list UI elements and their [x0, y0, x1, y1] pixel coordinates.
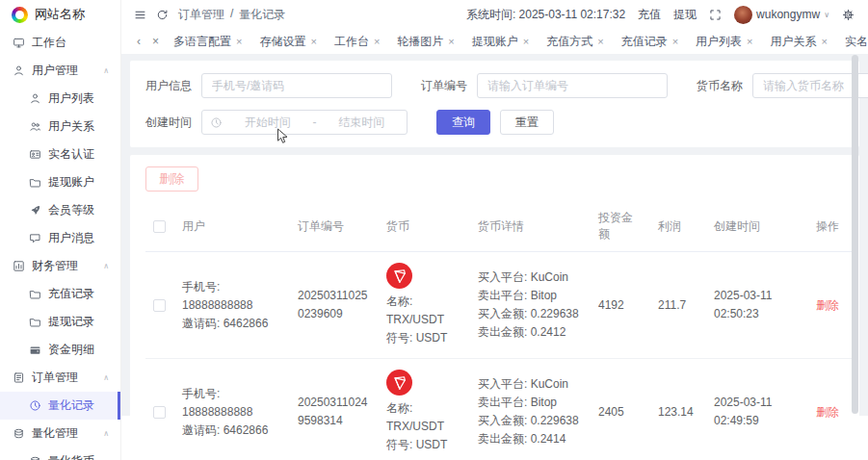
delete-row-button[interactable]: 删除: [816, 298, 839, 312]
created-cell: 2025-03-11 02:50:23: [706, 252, 808, 359]
sidebar-group-user-mgmt[interactable]: 用户管理 ∧: [0, 57, 120, 85]
top-header: 订单管理 / 量化记录 系统时间: 2025-03-11 02:17:32 充值…: [121, 0, 868, 29]
sidebar-item-fund-details[interactable]: 资金明细: [0, 336, 120, 364]
close-icon[interactable]: ×: [747, 36, 752, 47]
sidebar-group-label: 用户管理: [32, 63, 78, 79]
tab-label: 用户关系: [771, 34, 817, 50]
breadcrumb-section[interactable]: 订单管理: [178, 7, 224, 23]
withdraw-button[interactable]: 提现: [673, 7, 697, 23]
user-info-input[interactable]: [201, 73, 392, 98]
close-icon[interactable]: ×: [822, 36, 828, 47]
sidebar: 网站名称 工作台 用户管理 ∧ 用户列表 用户关系 实名认证 提现账户: [0, 0, 121, 460]
tab-bar: ‹ × 多语言配置× 存储设置× 工作台× 轮播图片× 提现账户× 充值方式× …: [121, 29, 868, 54]
user-invite-code: 邀请码: 6462866: [182, 422, 282, 440]
tab-withdraw-accounts[interactable]: 提现账户×: [463, 29, 538, 54]
close-icon[interactable]: ×: [236, 36, 242, 47]
close-icon[interactable]: ×: [523, 36, 529, 47]
user-phone: 手机号: 18888888888: [182, 385, 282, 422]
sidebar-group-quant-mgmt[interactable]: 量化管理 ∧: [0, 420, 120, 447]
sidebar-item-label: 充值记录: [48, 286, 94, 302]
coin-name-input[interactable]: [752, 73, 868, 98]
tab-user-relations[interactable]: 用户关系×: [762, 29, 836, 54]
row-checkbox[interactable]: [153, 406, 166, 419]
clock-icon: [29, 399, 41, 412]
created-time-label: 创建时间: [145, 115, 192, 131]
sidebar-item-label: 实名认证: [48, 146, 94, 163]
sidebar-item-withdraw-accounts[interactable]: 提现账户: [0, 168, 120, 196]
col-action: 操作: [808, 201, 852, 252]
sidebar-item-label: 用户列表: [48, 90, 94, 107]
sidebar-item-label: 用户关系: [48, 118, 94, 135]
close-icon[interactable]: ×: [374, 36, 380, 47]
user-cell: 手机号: 18888888888 邀请码: 6462866: [174, 359, 290, 460]
row-checkbox[interactable]: [153, 299, 166, 312]
search-button[interactable]: 查询: [436, 110, 490, 135]
sidebar-item-member-levels[interactable]: 会员等级: [0, 196, 120, 224]
buy-amount: 买入金额: 0.229638: [478, 412, 583, 430]
sidebar-item-user-messages[interactable]: 用户消息: [0, 224, 120, 252]
delete-row-button[interactable]: 删除: [816, 405, 839, 419]
sidebar-item-kyc[interactable]: 实名认证: [0, 141, 120, 168]
close-icon[interactable]: ×: [672, 36, 678, 47]
tab-label: 充值记录: [621, 34, 668, 50]
order-no-cell: 202503110250239609: [290, 252, 379, 359]
vertical-scrollbar[interactable]: [852, 55, 858, 414]
end-time-placeholder[interactable]: 结束时间: [325, 115, 400, 131]
collapse-sidebar-button[interactable]: [134, 9, 146, 21]
breadcrumb-current: 量化记录: [239, 7, 285, 23]
select-all-checkbox[interactable]: [153, 220, 166, 233]
tab-storage[interactable]: 存储设置×: [250, 29, 325, 54]
col-invest: 投资金额: [591, 201, 650, 252]
sidebar-item-user-list[interactable]: 用户列表: [0, 85, 120, 113]
sidebar-item-quant-records[interactable]: 量化记录: [0, 392, 120, 420]
sidebar-item-recharge-records[interactable]: 充值记录: [0, 280, 120, 308]
user-menu[interactable]: wukongymw ∨: [734, 6, 829, 24]
tab-workbench[interactable]: 工作台×: [326, 29, 388, 54]
chevron-up-icon: ∧: [103, 373, 109, 382]
rocket-icon: [29, 204, 41, 217]
clock-icon: [210, 116, 223, 129]
tabs-scroll-left-button[interactable]: ‹: [131, 29, 146, 54]
order-no-input[interactable]: [477, 73, 668, 98]
money-icon: [29, 344, 41, 356]
tab-carousel[interactable]: 轮播图片×: [388, 29, 462, 54]
tab-recharge-records[interactable]: 充值记录×: [613, 29, 687, 54]
close-icon[interactable]: ×: [448, 36, 454, 47]
sidebar-item-label: 用户消息: [48, 230, 94, 246]
tab-label: 提现账户: [472, 34, 518, 50]
sidebar-item-label: 提现账户: [48, 174, 94, 191]
buy-amount: 买入金额: 0.229638: [478, 305, 583, 323]
refresh-button[interactable]: [156, 9, 169, 21]
user-cell: 手机号: 18888888888 邀请码: 6462866: [174, 252, 290, 359]
filter-panel: 用户信息 订单编号 货币名称 创建时间: [130, 61, 859, 147]
settings-button[interactable]: [842, 9, 855, 21]
folder-icon: [29, 316, 41, 328]
sidebar-item-user-relations[interactable]: 用户关系: [0, 113, 120, 141]
tab-close-icon[interactable]: ×: [146, 29, 165, 54]
tab-multilang[interactable]: 多语言配置×: [165, 29, 250, 54]
bulk-delete-button[interactable]: 删除: [145, 166, 198, 192]
date-range-picker[interactable]: 开始时间 - 结束时间: [201, 110, 408, 135]
sidebar-item-withdraw-records[interactable]: 提现记录: [0, 308, 120, 336]
user-icon: [29, 92, 41, 105]
fullscreen-button[interactable]: [709, 9, 722, 21]
tab-recharge-methods[interactable]: 充值方式×: [538, 29, 612, 54]
tab-user-list[interactable]: 用户列表×: [687, 29, 761, 54]
sidebar-item-quant-currency[interactable]: 量化货币: [0, 447, 120, 460]
sidebar-group-finance-mgmt[interactable]: 财务管理 ∧: [0, 252, 120, 280]
close-icon[interactable]: ×: [310, 36, 316, 47]
tab-label: 充值方式: [546, 34, 592, 50]
recharge-button[interactable]: 充值: [638, 7, 661, 23]
chevron-down-icon: ∨: [824, 11, 829, 19]
sidebar-group-order-mgmt[interactable]: 订单管理 ∧: [0, 364, 120, 392]
coin-cell: 名称: TRX/USDT 符号: USDT: [379, 252, 470, 359]
start-time-placeholder[interactable]: 开始时间: [230, 115, 305, 131]
close-icon[interactable]: ×: [597, 36, 603, 47]
reset-button[interactable]: 重置: [500, 110, 554, 135]
user-invite-code: 邀请码: 6462866: [182, 315, 282, 333]
monitor-icon: [13, 37, 25, 49]
tab-kyc[interactable]: 实名认证×: [836, 29, 868, 54]
created-cell: 2025-03-11 02:49:59: [706, 359, 808, 460]
sidebar-item-workbench[interactable]: 工作台: [0, 29, 120, 57]
sell-amount: 卖出金额: 0.2414: [478, 430, 583, 448]
